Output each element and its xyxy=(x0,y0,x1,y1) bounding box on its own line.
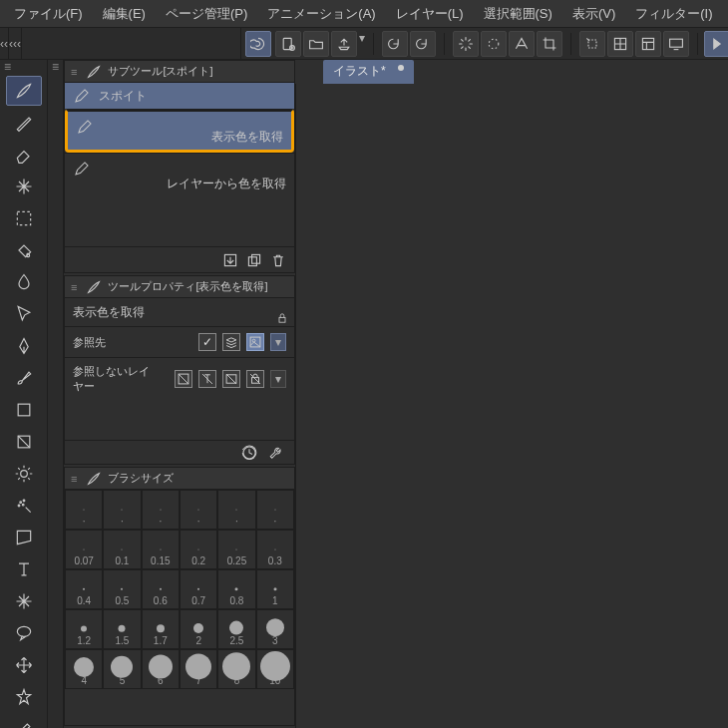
tool-property-header[interactable]: ≡ ツールプロパティ[表示色を取得] xyxy=(65,276,294,298)
redo-button[interactable] xyxy=(410,31,436,57)
brush-size-cell[interactable]: 0.5 xyxy=(103,569,141,609)
panel-grip-icon[interactable]: ≡ xyxy=(0,60,47,74)
lock-icon[interactable] xyxy=(276,312,288,324)
brush-size-cell[interactable]: 1 xyxy=(256,569,294,609)
tool-rect[interactable] xyxy=(6,395,42,425)
subtool-panel-header[interactable]: ≡ サブツール[スポイト] xyxy=(65,61,294,83)
tool-bucket[interactable] xyxy=(6,235,42,265)
brush-size-cell[interactable]: 0.15 xyxy=(142,530,180,569)
undo-button[interactable] xyxy=(382,31,408,57)
brush-size-cell[interactable]: · xyxy=(142,490,180,530)
subtool-item-layer-color[interactable]: レイヤーから色を取得 xyxy=(65,153,294,196)
save-button[interactable] xyxy=(331,31,357,57)
tool-brush[interactable] xyxy=(6,363,42,393)
brush-size-cell[interactable]: 8 xyxy=(217,649,255,689)
tool-move[interactable] xyxy=(6,650,42,680)
tool-sparkle[interactable] xyxy=(6,172,42,201)
menu-filter[interactable]: フィルター(I) xyxy=(625,1,722,27)
canvas-area[interactable] xyxy=(295,84,728,728)
brush-size-cell[interactable]: 0.1 xyxy=(103,530,141,569)
brush-size-cell[interactable]: 0.4 xyxy=(65,569,103,609)
brush-size-cell[interactable]: 2.5 xyxy=(217,609,255,649)
tool-burst[interactable] xyxy=(6,586,42,616)
tool-lasso[interactable] xyxy=(6,523,42,552)
brush-size-cell[interactable]: 6 xyxy=(142,649,180,689)
ref-image-icon[interactable] xyxy=(246,333,264,351)
brush-size-cell[interactable]: 0.07 xyxy=(65,530,103,569)
dotted-ring-icon[interactable] xyxy=(481,31,507,57)
exclude-opt1[interactable] xyxy=(175,370,192,388)
right-panel-toggle[interactable] xyxy=(704,31,728,57)
layout-icon[interactable] xyxy=(635,31,661,57)
tool-marquee[interactable] xyxy=(6,203,42,233)
brush-size-cell[interactable]: · xyxy=(65,490,103,530)
brush-size-cell[interactable]: 10 xyxy=(256,649,294,689)
ref-layers-icon[interactable] xyxy=(222,333,240,351)
menu-layer[interactable]: レイヤー(L) xyxy=(386,1,474,27)
subtool-tab-spuit[interactable]: スポイト xyxy=(65,83,294,109)
tool-eraser[interactable] xyxy=(6,140,42,170)
menu-edit[interactable]: 編集(E) xyxy=(93,1,156,27)
brush-size-cell[interactable]: 1.5 xyxy=(103,609,141,649)
rotate-left-icon[interactable] xyxy=(579,31,605,57)
spinner-icon[interactable] xyxy=(453,31,479,57)
trash-icon[interactable] xyxy=(270,252,286,268)
menu-page[interactable]: ページ管理(P) xyxy=(156,1,257,27)
tool-balloon[interactable] xyxy=(6,618,42,648)
brush-size-cell[interactable]: · xyxy=(217,490,255,530)
left-expand-grips[interactable]: ‹‹ xyxy=(0,28,9,59)
brush-size-cell[interactable]: · xyxy=(180,490,217,530)
brush-size-header[interactable]: ≡ ブラシサイズ xyxy=(65,468,294,490)
brush-size-cell[interactable]: 4 xyxy=(65,649,103,689)
new-file-button[interactable] xyxy=(275,31,301,57)
brush-size-cell[interactable]: 5 xyxy=(103,649,141,689)
brush-size-cell[interactable]: 0.8 xyxy=(217,569,255,609)
import-icon[interactable] xyxy=(222,252,238,268)
tool-pointer[interactable] xyxy=(6,299,42,329)
mid-expand-grips[interactable]: ‹‹ ‹ xyxy=(9,28,22,59)
tool-correct[interactable] xyxy=(6,714,42,728)
dropdown-toggle[interactable]: ▾ xyxy=(270,370,286,388)
dropdown-toggle[interactable]: ▾ xyxy=(270,333,286,351)
brush-size-cell[interactable]: 1.7 xyxy=(142,609,180,649)
brush-size-cell[interactable]: · xyxy=(103,490,141,530)
brush-size-cell[interactable]: 0.3 xyxy=(256,530,294,569)
grid-icon[interactable] xyxy=(607,31,633,57)
brush-size-cell[interactable]: 7 xyxy=(180,649,217,689)
tool-airbrush[interactable] xyxy=(6,491,42,521)
menu-view[interactable]: 表示(V) xyxy=(562,1,625,27)
subtool-item-display-color[interactable]: 表示色を取得 xyxy=(65,109,294,153)
history-icon[interactable] xyxy=(240,444,258,462)
brush-size-cell[interactable]: 2 xyxy=(180,609,217,649)
panel-divider[interactable]: ≡ xyxy=(48,60,64,728)
crop-icon[interactable] xyxy=(537,31,562,57)
screen-icon[interactable] xyxy=(663,31,689,57)
tool-star[interactable] xyxy=(6,682,42,712)
tool-text[interactable] xyxy=(6,554,42,584)
duplicate-icon[interactable] xyxy=(246,252,262,268)
tool-brush-indicator[interactable] xyxy=(6,76,42,106)
chevron-down-icon[interactable]: ▾ xyxy=(359,31,365,57)
tool-gear[interactable] xyxy=(6,459,42,489)
tool-gradient[interactable] xyxy=(6,427,42,457)
exclude-opt3[interactable] xyxy=(222,370,240,388)
brush-size-cell[interactable]: 0.6 xyxy=(142,569,180,609)
exclude-opt2[interactable] xyxy=(198,370,216,388)
exclude-opt4[interactable] xyxy=(246,370,264,388)
document-tab[interactable]: イラスト* xyxy=(323,60,414,84)
menu-file[interactable]: ファイル(F) xyxy=(4,1,93,27)
spiral-icon[interactable] xyxy=(245,31,271,57)
menu-window[interactable]: ウィ xyxy=(723,1,729,27)
brush-size-cell[interactable]: 1.2 xyxy=(65,609,103,649)
brush-size-cell[interactable]: 0.7 xyxy=(180,569,217,609)
ref-checkbox[interactable]: ✓ xyxy=(198,333,216,351)
perspective-icon[interactable] xyxy=(509,31,535,57)
menu-animation[interactable]: アニメーション(A) xyxy=(257,1,385,27)
brush-size-cell[interactable]: 0.25 xyxy=(217,530,255,569)
brush-size-cell[interactable]: 0.2 xyxy=(180,530,217,569)
wrench-icon[interactable] xyxy=(268,444,286,462)
tool-blur[interactable] xyxy=(6,267,42,297)
brush-size-cell[interactable]: 3 xyxy=(256,609,294,649)
menu-selection[interactable]: 選択範囲(S) xyxy=(474,1,562,27)
tool-pen[interactable] xyxy=(6,108,42,138)
